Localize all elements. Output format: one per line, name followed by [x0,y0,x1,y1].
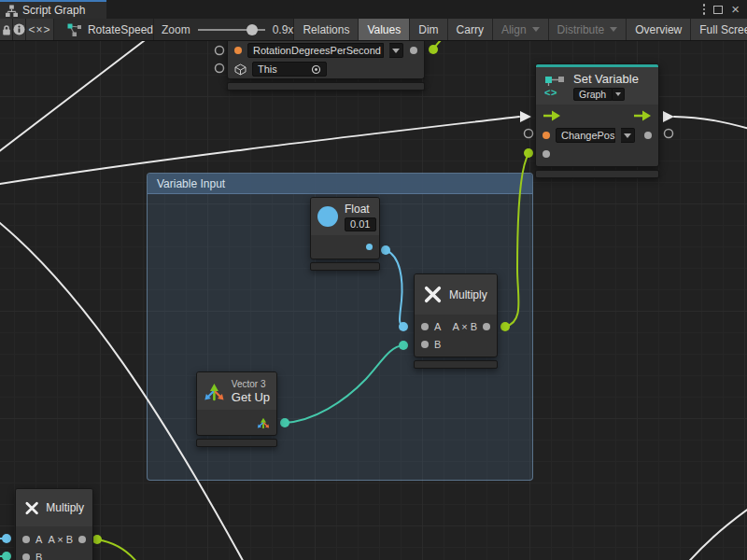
wire-green-bottom[interactable] [97,539,138,560]
multiply-title: Multiply [449,288,487,301]
node-footer[interactable] [196,439,277,447]
chevron-down-icon [610,27,617,32]
wire-blue-left-stub-endpoint[interactable] [2,534,11,543]
wire-green-top-stub-endpoint[interactable] [429,45,438,54]
result-label: A × B [452,321,477,332]
unconnected-port-circle[interactable] [665,130,673,138]
float-header[interactable]: Float 0.01 [311,198,379,235]
wire-blue-float-to-multiply-endpoint[interactable] [381,245,390,255]
variable-name-dropdown[interactable]: RotationDegreesPerSecond [247,43,384,58]
variable-name-dropdown-button[interactable] [621,128,635,143]
control-output-arrow[interactable] [633,110,652,121]
control-flow-row [536,105,658,126]
variable-name-port[interactable] [234,47,242,54]
result-port[interactable] [78,536,86,543]
node-footer[interactable] [414,360,498,369]
info-button[interactable] [13,19,26,40]
chevron-down-icon [615,92,621,96]
button-align[interactable]: Align [493,19,549,40]
wire-white-to-set-variable[interactable] [0,117,519,185]
flow-wire-arrow[interactable] [663,111,674,122]
variable-output-port[interactable] [410,47,417,54]
flow-wire-arrow[interactable] [520,111,531,122]
unconnected-port-circle[interactable] [216,47,224,55]
multiply-row-b: B [415,335,497,353]
wire-green-multiply-to-setvar[interactable] [505,154,529,327]
zoom-slider-handle[interactable] [247,24,258,35]
button-values[interactable]: Values [359,19,410,40]
input-a-label: A [434,321,441,332]
wire-green-multiply-to-setvar-endpoint[interactable] [500,322,510,331]
tab-script-graph[interactable]: Script Graph [0,0,106,19]
control-input-arrow[interactable] [543,110,561,121]
chevron-down-icon [532,27,540,32]
wire-teal-left-stub-endpoint[interactable] [2,552,11,560]
get-up-header[interactable]: Vector 3 Get Up [197,372,276,410]
lock-icon [1,24,12,35]
button-carry[interactable]: Carry [448,19,493,40]
multiply-header[interactable]: Multiply [415,274,497,315]
lock-button[interactable] [0,19,13,40]
variable-name-dropdown[interactable]: ChangePos [556,128,615,143]
button-overview[interactable]: Overview [627,19,691,40]
cube-icon [234,63,247,76]
wire-blue-float-to-multiply-endpoint[interactable] [399,322,408,331]
wire-green-multiply-to-setvar-endpoint[interactable] [524,148,533,158]
scope-value: Graph [579,89,606,100]
node-footer[interactable] [310,262,380,271]
node-footer[interactable] [535,170,659,178]
wire-white-topleft[interactable] [0,35,152,155]
wire-green-bottom-endpoint[interactable] [92,535,102,544]
scope-dropdown-button[interactable] [613,88,625,101]
variable-name-value: RotationDegreesPerSecond [253,45,381,56]
set-variable-name-row: ChangePos [536,126,658,145]
float-value-field[interactable]: 0.01 [345,217,376,231]
float-output-row [311,235,379,259]
input-a-port[interactable] [421,323,429,330]
wire-teal-getup-to-multiply[interactable] [285,345,403,423]
unconnected-port-circle[interactable] [525,130,533,138]
get-up-output-row [197,410,276,435]
node-footer[interactable] [227,82,425,91]
input-a-port[interactable] [22,536,30,543]
wire-white-from-set-variable[interactable] [674,117,747,130]
value-input-port[interactable] [543,150,550,158]
result-port[interactable] [483,323,490,330]
variable-name-dropdown-button[interactable] [389,43,403,58]
node-multiply-2[interactable]: Multiply A A × B B [15,488,93,560]
scope-dropdown[interactable]: Graph [573,88,613,101]
button-full-screen[interactable]: Full Screen [691,19,747,40]
wire-blue-float-to-multiply[interactable] [386,250,403,327]
node-set-variable[interactable]: <> Set Variable Graph [535,63,659,178]
button-dim[interactable]: Dim [410,19,447,40]
wire-teal-getup-to-multiply-endpoint[interactable] [280,418,289,427]
object-picker-icon[interactable] [311,64,321,75]
node-get-up[interactable]: Vector 3 Get Up [196,371,277,447]
node-get-variable[interactable]: RotationDegreesPerSecond This [227,41,425,91]
unconnected-port-circle[interactable] [216,64,224,73]
node-float[interactable]: Float 0.01 [310,197,380,271]
set-variable-value-row [536,145,658,162]
float-output-port[interactable] [366,244,373,250]
zoom-value: 0.9x [273,23,294,36]
float-value: 0.01 [350,218,370,230]
wire-white-bottomright[interactable] [685,506,747,560]
input-b-port[interactable] [22,553,30,560]
kebab-menu-icon[interactable] [703,4,706,15]
variable-name-port[interactable] [543,132,550,139]
vector3-output-port[interactable] [257,416,270,429]
multiply-row-a: A A × B [415,317,497,335]
maximize-icon[interactable] [713,6,723,14]
close-icon[interactable]: × [731,5,740,14]
wire-teal-getup-to-multiply-endpoint[interactable] [399,341,408,350]
multiply-header[interactable]: Multiply [16,489,92,526]
target-object-field[interactable]: This [252,62,327,77]
button-relations[interactable]: Relations [294,19,359,40]
zoom-slider[interactable] [198,29,265,31]
variable-output-port[interactable] [644,132,652,139]
set-variable-header[interactable]: <> Set Variable Graph [536,67,658,105]
input-b-port[interactable] [421,341,429,348]
node-multiply[interactable]: Multiply A A × B B [414,273,498,369]
button-distribute[interactable]: Distribute [549,19,627,40]
code-view-button[interactable]: <×> [26,19,54,40]
